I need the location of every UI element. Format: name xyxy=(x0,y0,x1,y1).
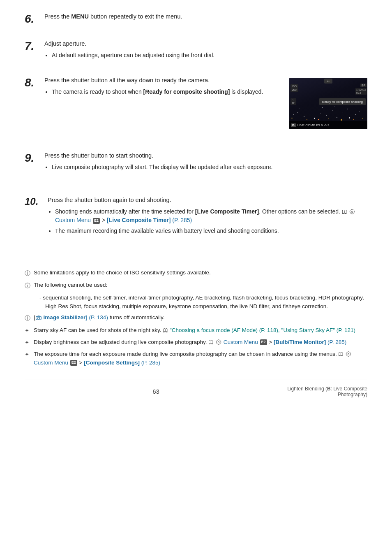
ref-icon-4: 🕮 xyxy=(338,351,344,357)
e2-badge-1: E2 xyxy=(93,218,100,224)
note-5: ✦ Display brightness can be adjusted dur… xyxy=(25,338,367,347)
step-8-bullets: The camera is ready to shoot when [Ready… xyxy=(52,88,281,97)
camera-side-info: BF 1:02:03023 xyxy=(355,84,367,95)
step-10-bullets: Shooting ends automatically after the ti… xyxy=(55,207,367,236)
camera-note-icon-3: ✦ xyxy=(25,350,34,359)
step-10-bullet-2: The maximum recording time available var… xyxy=(55,227,367,236)
bulb-monitor-link[interactable]: [Bulb/Time Monitor] xyxy=(274,339,326,345)
e2-badge-3: E2 xyxy=(70,360,77,366)
note-5-text: Display brightness can be adjusted durin… xyxy=(34,338,367,347)
custom-menu-link-1[interactable]: Custom Menu xyxy=(55,217,91,223)
image-stabilizer-link[interactable]: Image Stabilizer] xyxy=(44,314,88,320)
live-composite-timer-ref: (P. 285) xyxy=(172,217,192,223)
composite-settings-link[interactable]: [Composite Settings] xyxy=(84,360,140,366)
step-7-bullets: At default settings, aperture can be adj… xyxy=(52,51,367,60)
camera-screen: ⊕□ ISO200 □ BF BF 1:02:03023 Ready for c… xyxy=(289,78,367,129)
step-9-content: Press the shutter button to start shooti… xyxy=(44,151,367,173)
step-10-bullet-1: Shooting ends automatically after the ti… xyxy=(55,207,367,225)
step-10: 10. Press the shutter button again to en… xyxy=(25,196,367,237)
step-9: 9. Press the shutter button to start sho… xyxy=(25,151,367,173)
svg-point-2 xyxy=(37,317,39,319)
note-4-text: Starry sky AF can be used for shots of t… xyxy=(34,326,367,335)
step-8-content: Press the shutter button all the way dow… xyxy=(44,76,367,129)
ready-composite-bold: [Ready for composite shooting] xyxy=(143,88,230,95)
step-7-number: 7. xyxy=(25,40,44,52)
page-number: 63 xyxy=(152,388,159,395)
camera-timer-badge: 1:02:03023 xyxy=(355,88,367,95)
svg-point-3 xyxy=(218,341,219,343)
gear-icon-2 xyxy=(216,339,221,345)
step-10-content: Press the shutter button again to end sh… xyxy=(48,196,367,237)
svg-point-4 xyxy=(348,354,349,355)
gear-icon-1 xyxy=(349,209,355,215)
footer-chapter-rest: : Live CompositePhotography) xyxy=(331,386,367,397)
footer: 63 Lighten Blending (B: Live CompositePh… xyxy=(25,386,367,397)
note-1: ⓘ Some limitations apply to the choice o… xyxy=(25,269,367,278)
step-7-bullet-1: At default settings, aperture can be adj… xyxy=(52,51,367,60)
step-10-title: Press the shutter button again to end sh… xyxy=(48,196,367,205)
camera-livecomp-text: LIVE COMP F5.6 -0.3 xyxy=(297,123,330,127)
step-7-content: Adjust aperture. At default settings, ap… xyxy=(44,39,367,61)
image-stabilizer-ref: (P. 134) xyxy=(89,314,108,320)
note-3-text: [ Image Stabilizer] (P. 134) turns off a… xyxy=(34,313,367,322)
camera-top-inner: ⊕□ xyxy=(325,80,331,83)
step-6: 6. Press the MENU button repeatedly to e… xyxy=(25,12,367,25)
svg-point-0 xyxy=(351,211,353,213)
camera-top-bar: ⊕□ xyxy=(324,79,332,84)
step-8-title: Press the shutter button all the way dow… xyxy=(44,76,281,85)
camera-note-icon-2: ✦ xyxy=(25,339,34,347)
note-6-text: The exposure time for each exposure made… xyxy=(34,350,367,367)
step-7: 7. Adjust aperture. At default settings,… xyxy=(25,39,367,61)
camera-iso: ISO200 xyxy=(291,84,298,92)
step-8-bullet-1: The camera is ready to shoot when [Ready… xyxy=(52,88,281,97)
note-2: ⓘ The following cannot be used: xyxy=(25,281,367,290)
starry-sky-link[interactable]: "Choosing a focus mode (AF Mode) (P. 118… xyxy=(170,327,355,333)
ref-icon-2: 🕮 xyxy=(163,327,168,333)
camera-left-icon: □ BF xyxy=(291,98,296,105)
step-9-bullets: Live composite photography will start. T… xyxy=(52,163,367,172)
footer-chapter: Lighten Blending (B: Live CompositePhoto… xyxy=(287,386,367,397)
camera-b-badge: B xyxy=(291,123,296,127)
step-9-title: Press the shutter button to start shooti… xyxy=(44,151,367,160)
notes-section: ⓘ Some limitations apply to the choice o… xyxy=(25,269,367,367)
step-8-number: 8. xyxy=(25,77,44,88)
step-6-content: Press the MENU button repeatedly to exit… xyxy=(44,12,367,23)
note-4: ✦ Starry sky AF can be used for shots of… xyxy=(25,326,367,335)
composite-settings-ref: (P. 285) xyxy=(141,360,160,366)
ref-icon-1: 🕮 xyxy=(342,209,347,215)
camera-note-icon-1: ✦ xyxy=(25,327,34,335)
info-icon-1: ⓘ xyxy=(25,269,34,278)
note-3: ⓘ [ Image Stabilizer] (P. 134) turns off… xyxy=(25,313,367,323)
menu-bold: MENU xyxy=(71,13,89,20)
live-composite-timer-bold: [Live Composite Timer] xyxy=(195,208,259,215)
step-8: 8. Press the shutter button all the way … xyxy=(25,76,367,129)
note-1-text: Some limitations apply to the choice of … xyxy=(34,269,367,277)
dash-item-1: - sequential shooting, the self-timer, i… xyxy=(39,294,367,311)
custom-menu-link-3[interactable]: Custom Menu xyxy=(34,360,68,366)
step-6-number: 6. xyxy=(25,13,44,25)
note-2-text: The following cannot be used: xyxy=(34,281,367,290)
gear-icon-3 xyxy=(346,351,351,357)
step-9-bullet-1: Live composite photography will start. T… xyxy=(52,163,367,172)
live-composite-timer-link[interactable]: [Live Composite Timer] xyxy=(107,217,171,223)
ref-icon-3: 🕮 xyxy=(208,339,214,345)
custom-menu-link-2[interactable]: Custom Menu xyxy=(224,339,258,345)
info-icon-2: ⓘ xyxy=(25,281,34,290)
camera-overlay-bar: B LIVE COMP F5.6 -0.3 xyxy=(289,121,367,129)
footer-chapter-bold: B xyxy=(327,386,331,392)
camera-icon-1 xyxy=(36,315,42,320)
bulb-monitor-ref: (P. 285) xyxy=(327,339,346,345)
footer-chapter-title: Lighten Blending ( xyxy=(287,386,327,392)
ready-composite-badge: Ready for composite shooting xyxy=(319,98,366,105)
note-dash: - sequential shooting, the self-timer, i… xyxy=(34,294,367,311)
step-9-number: 9. xyxy=(25,152,44,164)
note-6: ✦ The exposure time for each exposure ma… xyxy=(25,350,367,367)
step-8-text: Press the shutter button all the way dow… xyxy=(44,76,281,98)
camera-side-badge: BF xyxy=(360,84,367,87)
step-7-title: Adjust aperture. xyxy=(44,39,367,49)
e2-badge-2: E2 xyxy=(260,339,267,345)
step-8-with-image: Press the shutter button all the way dow… xyxy=(44,76,367,129)
info-icon-3: ⓘ xyxy=(25,314,34,323)
footer-rule xyxy=(25,380,367,380)
step-10-number: 10. xyxy=(25,197,48,207)
